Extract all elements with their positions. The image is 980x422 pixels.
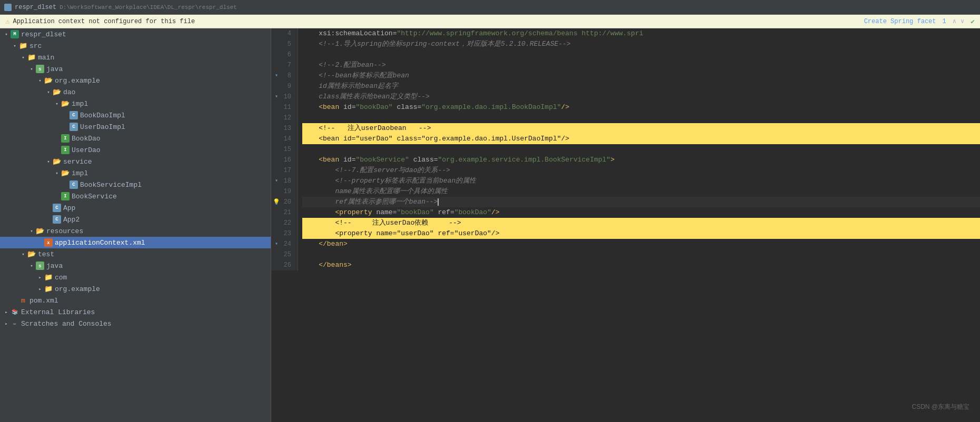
tree-item-main[interactable]: 📁 main	[0, 52, 271, 63]
folder-icon: 📂	[61, 169, 70, 177]
code-text: <!-- 注入userDao依赖 -->	[302, 218, 461, 228]
tree-item-test[interactable]: 📂 test	[0, 248, 271, 260]
code-text	[302, 207, 335, 218]
tree-item-java[interactable]: S java	[0, 63, 271, 75]
tree-label: com	[55, 274, 67, 282]
code-editor[interactable]: 4 5 6 7 ▾ 8	[271, 28, 980, 422]
folder-icon: 📂	[53, 157, 61, 166]
tree-item-external-libraries[interactable]: 📚 External Libraries	[0, 306, 271, 318]
code-line-18: <!--property标签表示配置当前bean的属性	[302, 176, 980, 186]
gutter-icon-16	[273, 157, 280, 163]
tree-item-resources[interactable]: 📂 resources	[0, 225, 271, 237]
tree-label: resources	[46, 227, 83, 235]
gutter-icon-17	[273, 167, 280, 174]
code-text: >	[610, 155, 615, 165]
tree-label: BookService	[72, 193, 117, 200]
tree-arrow	[61, 111, 70, 119]
code-text: <!--1.导入spring的坐标spring-context，对应版本是5.2…	[302, 39, 571, 49]
warning-banner-left: ⚠ Application context not configured for…	[5, 17, 195, 26]
tree-arrow	[27, 262, 36, 270]
module-icon: M	[11, 30, 19, 38]
tree-label: src	[29, 42, 42, 50]
gutter-icon-5	[273, 41, 280, 47]
tree-arrow	[36, 273, 44, 282]
tree-label: UserDao	[72, 146, 101, 154]
tree-item-app[interactable]: C App	[0, 202, 271, 214]
tree-label: test	[38, 250, 54, 258]
main-layout: M respr_dlset 📁 src 📁 main S java 📂 org.…	[0, 28, 980, 422]
code-text	[372, 207, 377, 218]
fold-icon-8[interactable]: ▾	[273, 73, 280, 79]
gutter-icon-26	[273, 262, 280, 268]
tree-item-scratches[interactable]: ✏ Scratches and Consoles	[0, 318, 271, 329]
top-bar-left: respr_dlset D:\WorkSoftware_Workplace\ID…	[4, 4, 237, 11]
line-number-15: 15	[273, 144, 293, 155]
libs-icon: 📚	[11, 308, 19, 316]
tree-item-userdao[interactable]: I UserDao	[0, 144, 271, 156]
code-line-25	[302, 249, 980, 260]
package-icon: 📂	[44, 76, 53, 85]
tree-arrow	[27, 227, 36, 235]
warning-message: Application context not configured for t…	[13, 18, 195, 25]
tree-item-src[interactable]: 📁 src	[0, 40, 271, 52]
src-icon: S	[36, 262, 44, 270]
tree-arrow	[19, 250, 27, 258]
tree-arrow	[44, 215, 53, 224]
code-text: <!--property标签表示配置当前bean的属性	[302, 176, 476, 186]
gutter-icon-15	[273, 146, 280, 153]
create-spring-facet-link[interactable]: Create Spring facet	[864, 18, 936, 25]
tree-item-dao[interactable]: 📂 dao	[0, 86, 271, 98]
code-text: "bookDao"	[397, 207, 433, 218]
tree-item-bookservice[interactable]: I BookService	[0, 190, 271, 202]
code-text: class=	[397, 102, 421, 113]
warning-banner-right[interactable]: Create Spring facet 1 ∧ ∨ ✔	[864, 17, 975, 26]
folder-icon: 📁	[27, 53, 36, 62]
code-line-20: ref属性表示参照哪一个bean-->	[302, 197, 980, 207]
class-icon: C	[70, 180, 78, 189]
code-text: </beans>	[319, 260, 351, 270]
tree-item-userdaoimpl[interactable]: C UserDaoImpl	[0, 121, 271, 133]
tree-item-pom[interactable]: m pom.xml	[0, 295, 271, 306]
tree-item-bookdao[interactable]: I BookDao	[0, 133, 271, 144]
tree-item-respr-dlset[interactable]: M respr_dlset	[0, 28, 271, 40]
code-text: "bookDao"	[454, 207, 491, 218]
fold-icon-10[interactable]: ▾	[273, 94, 280, 100]
folder-icon: 📂	[53, 88, 61, 96]
tree-label: App	[63, 204, 75, 212]
fold-icon-24[interactable]: ▾	[273, 241, 280, 247]
tree-arrow	[11, 296, 19, 305]
tree-arrow	[53, 134, 61, 143]
tree-item-service[interactable]: 📂 service	[0, 156, 271, 167]
tree-item-org-example[interactable]: 📂 org.example	[0, 75, 271, 86]
tree-label: respr_dlset	[21, 31, 66, 38]
arrow-down-icon[interactable]: ∨	[961, 17, 964, 25]
line-number-10: ▾ 10	[273, 92, 293, 102]
line-number-5: 5	[273, 39, 293, 49]
line-number-22: 22	[273, 218, 293, 228]
gutter-icon-4	[273, 31, 280, 37]
interface-icon: I	[61, 134, 70, 143]
code-text: "http://www.springframework.org/schema/b…	[397, 28, 643, 39]
warning-icon: ⚠	[5, 17, 9, 26]
code-line-5: <!--1.导入spring的坐标spring-context，对应版本是5.2…	[302, 39, 980, 49]
tree-item-com[interactable]: 📁 com	[0, 272, 271, 283]
tree-label: org.example	[55, 285, 100, 293]
tree-label: UserDaoImpl	[80, 123, 125, 131]
checkmark-icon[interactable]: ✔	[971, 17, 975, 26]
tree-item-app2[interactable]: C App2	[0, 214, 271, 225]
tree-item-org-example-test[interactable]: 📁 org.example	[0, 283, 271, 295]
tree-item-impl-dao[interactable]: 📂 impl	[0, 98, 271, 109]
tree-item-impl-svc[interactable]: 📂 impl	[0, 167, 271, 179]
line-number-7: 7	[273, 60, 293, 71]
tree-label: impl	[72, 169, 88, 177]
tree-item-java-test[interactable]: S java	[0, 260, 271, 272]
fold-icon-18[interactable]: ▾	[273, 178, 280, 184]
code-line-23: <property name="userDao" ref="userDao"/>	[302, 228, 980, 239]
arrow-up-icon[interactable]: ∧	[953, 17, 956, 25]
code-text: </bean>	[319, 239, 348, 249]
tree-item-applicationcontext[interactable]: X applicationContext.xml	[0, 237, 271, 248]
tree-item-bookdaoimpl[interactable]: C BookDaoImpl	[0, 109, 271, 121]
code-area[interactable]: xsi:schemaLocation="http://www.springfra…	[298, 28, 980, 270]
tree-item-bookserviceimpl[interactable]: C BookServiceImpl	[0, 179, 271, 190]
project-icon	[4, 4, 12, 11]
